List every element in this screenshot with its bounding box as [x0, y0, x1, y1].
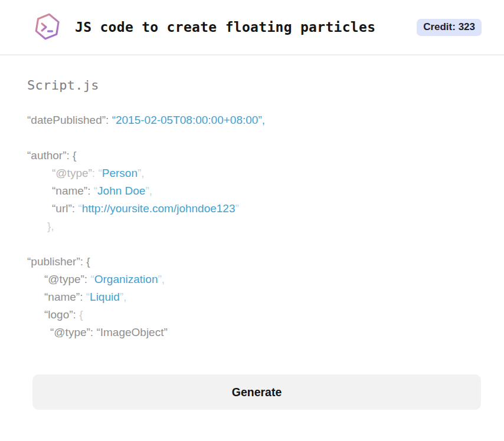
credit-badge: Credit: 323 [417, 19, 482, 36]
code-token: “2015-02-05T08:00:00+08:00”, [112, 114, 265, 126]
code-token: ”, [158, 273, 165, 285]
code-line: “@type”: “Organization”, [27, 271, 477, 288]
code-line: “name”: “John Doe”, [27, 182, 477, 200]
filename-heading: Script.js [27, 78, 477, 93]
page-title: JS code to create floating particles [75, 19, 375, 35]
code-line: “@type”: “Person”, [27, 164, 477, 182]
code-line: “@type”: “ImageObject” [27, 324, 477, 341]
code-token: “datePublished”: [27, 114, 112, 126]
code-line: “author”: { [27, 147, 477, 164]
code-line [27, 129, 477, 147]
code-line: “publisher”: { [27, 253, 477, 271]
code-token: ”, [120, 291, 127, 303]
code-token: ”, [145, 185, 152, 197]
code-block: “datePublished”: “2015-02-05T08:00:00+08… [27, 111, 477, 341]
code-line: “datePublished”: “2015-02-05T08:00:00+08… [27, 111, 477, 129]
app-header: JS code to create floating particles Cre… [0, 0, 504, 55]
code-token: “@type”: “ImageObject” [50, 326, 168, 338]
code-line: “logo”: { [27, 306, 477, 324]
code-token: ”, [138, 167, 145, 179]
code-token: “logo”: [44, 308, 79, 321]
code-token: “name”: [44, 291, 86, 303]
generate-button[interactable]: Generate [32, 374, 481, 410]
code-token: Person [102, 167, 138, 179]
code-token: http://yoursite.com/johndoe123 [82, 202, 235, 215]
code-token: “publisher”: { [27, 255, 90, 268]
code-token: : [92, 167, 99, 179]
code-token: }, [47, 220, 54, 232]
code-token: “author”: { [27, 149, 76, 162]
code-line: }, [27, 218, 477, 235]
code-token: ” [235, 202, 239, 215]
code-token: “@type” [52, 167, 92, 179]
footer: Generate [0, 374, 504, 410]
code-token: Organization [94, 273, 158, 285]
code-token: “name”: [52, 185, 94, 197]
code-token: { [79, 308, 83, 321]
code-token: John Doe [97, 185, 145, 197]
code-token: “@type”: [44, 273, 90, 285]
code-line [27, 235, 477, 253]
code-token: Liquid [90, 291, 120, 303]
terminal-hexagon-svg [32, 11, 62, 43]
code-line: “url”: “http://yoursite.com/johndoe123” [27, 200, 477, 218]
terminal-logo-icon [32, 11, 62, 43]
code-token: “url”: [52, 202, 78, 215]
code-line: “name”: “Liquid”, [27, 288, 477, 306]
main-content: Script.js “datePublished”: “2015-02-05T0… [0, 55, 504, 341]
